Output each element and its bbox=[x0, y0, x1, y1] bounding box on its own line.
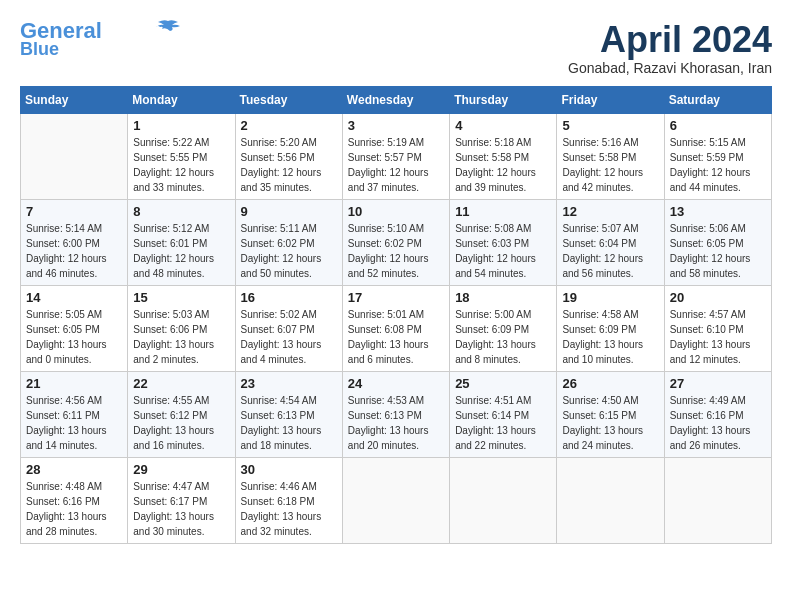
day-info: Sunrise: 4:49 AM Sunset: 6:16 PM Dayligh… bbox=[670, 393, 766, 453]
weekday-header-sunday: Sunday bbox=[21, 86, 128, 113]
day-info: Sunrise: 4:48 AM Sunset: 6:16 PM Dayligh… bbox=[26, 479, 122, 539]
day-number: 27 bbox=[670, 376, 766, 391]
calendar-cell bbox=[664, 457, 771, 543]
day-number: 22 bbox=[133, 376, 229, 391]
calendar-cell: 8Sunrise: 5:12 AM Sunset: 6:01 PM Daylig… bbox=[128, 199, 235, 285]
calendar-cell: 2Sunrise: 5:20 AM Sunset: 5:56 PM Daylig… bbox=[235, 113, 342, 199]
calendar-cell: 25Sunrise: 4:51 AM Sunset: 6:14 PM Dayli… bbox=[450, 371, 557, 457]
calendar-week-row: 14Sunrise: 5:05 AM Sunset: 6:05 PM Dayli… bbox=[21, 285, 772, 371]
day-info: Sunrise: 5:05 AM Sunset: 6:05 PM Dayligh… bbox=[26, 307, 122, 367]
page-header: General Blue April 2024 Gonabad, Razavi … bbox=[20, 20, 772, 76]
day-info: Sunrise: 5:18 AM Sunset: 5:58 PM Dayligh… bbox=[455, 135, 551, 195]
day-info: Sunrise: 4:53 AM Sunset: 6:13 PM Dayligh… bbox=[348, 393, 444, 453]
day-info: Sunrise: 5:00 AM Sunset: 6:09 PM Dayligh… bbox=[455, 307, 551, 367]
calendar-cell: 28Sunrise: 4:48 AM Sunset: 6:16 PM Dayli… bbox=[21, 457, 128, 543]
weekday-header-monday: Monday bbox=[128, 86, 235, 113]
day-info: Sunrise: 5:15 AM Sunset: 5:59 PM Dayligh… bbox=[670, 135, 766, 195]
month-title: April 2024 bbox=[568, 20, 772, 60]
day-info: Sunrise: 4:56 AM Sunset: 6:11 PM Dayligh… bbox=[26, 393, 122, 453]
day-info: Sunrise: 4:51 AM Sunset: 6:14 PM Dayligh… bbox=[455, 393, 551, 453]
calendar-cell bbox=[450, 457, 557, 543]
weekday-header-row: SundayMondayTuesdayWednesdayThursdayFrid… bbox=[21, 86, 772, 113]
day-number: 6 bbox=[670, 118, 766, 133]
day-number: 20 bbox=[670, 290, 766, 305]
day-number: 9 bbox=[241, 204, 337, 219]
calendar-cell: 15Sunrise: 5:03 AM Sunset: 6:06 PM Dayli… bbox=[128, 285, 235, 371]
day-number: 24 bbox=[348, 376, 444, 391]
calendar-cell: 21Sunrise: 4:56 AM Sunset: 6:11 PM Dayli… bbox=[21, 371, 128, 457]
calendar-cell: 7Sunrise: 5:14 AM Sunset: 6:00 PM Daylig… bbox=[21, 199, 128, 285]
calendar-cell: 5Sunrise: 5:16 AM Sunset: 5:58 PM Daylig… bbox=[557, 113, 664, 199]
calendar-week-row: 28Sunrise: 4:48 AM Sunset: 6:16 PM Dayli… bbox=[21, 457, 772, 543]
day-number: 4 bbox=[455, 118, 551, 133]
calendar-cell bbox=[557, 457, 664, 543]
calendar-week-row: 7Sunrise: 5:14 AM Sunset: 6:00 PM Daylig… bbox=[21, 199, 772, 285]
calendar-cell bbox=[342, 457, 449, 543]
day-number: 25 bbox=[455, 376, 551, 391]
day-number: 30 bbox=[241, 462, 337, 477]
calendar-cell: 13Sunrise: 5:06 AM Sunset: 6:05 PM Dayli… bbox=[664, 199, 771, 285]
day-number: 29 bbox=[133, 462, 229, 477]
weekday-header-wednesday: Wednesday bbox=[342, 86, 449, 113]
day-info: Sunrise: 5:20 AM Sunset: 5:56 PM Dayligh… bbox=[241, 135, 337, 195]
calendar-table: SundayMondayTuesdayWednesdayThursdayFrid… bbox=[20, 86, 772, 544]
day-info: Sunrise: 4:57 AM Sunset: 6:10 PM Dayligh… bbox=[670, 307, 766, 367]
day-number: 26 bbox=[562, 376, 658, 391]
weekday-header-thursday: Thursday bbox=[450, 86, 557, 113]
calendar-body: 1Sunrise: 5:22 AM Sunset: 5:55 PM Daylig… bbox=[21, 113, 772, 543]
day-number: 14 bbox=[26, 290, 122, 305]
calendar-cell: 22Sunrise: 4:55 AM Sunset: 6:12 PM Dayli… bbox=[128, 371, 235, 457]
day-number: 1 bbox=[133, 118, 229, 133]
day-number: 15 bbox=[133, 290, 229, 305]
day-info: Sunrise: 5:14 AM Sunset: 6:00 PM Dayligh… bbox=[26, 221, 122, 281]
day-info: Sunrise: 5:22 AM Sunset: 5:55 PM Dayligh… bbox=[133, 135, 229, 195]
day-number: 10 bbox=[348, 204, 444, 219]
weekday-header-friday: Friday bbox=[557, 86, 664, 113]
calendar-header: SundayMondayTuesdayWednesdayThursdayFrid… bbox=[21, 86, 772, 113]
day-info: Sunrise: 4:54 AM Sunset: 6:13 PM Dayligh… bbox=[241, 393, 337, 453]
day-info: Sunrise: 5:06 AM Sunset: 6:05 PM Dayligh… bbox=[670, 221, 766, 281]
calendar-cell: 14Sunrise: 5:05 AM Sunset: 6:05 PM Dayli… bbox=[21, 285, 128, 371]
day-number: 2 bbox=[241, 118, 337, 133]
day-info: Sunrise: 5:19 AM Sunset: 5:57 PM Dayligh… bbox=[348, 135, 444, 195]
weekday-header-tuesday: Tuesday bbox=[235, 86, 342, 113]
calendar-cell: 17Sunrise: 5:01 AM Sunset: 6:08 PM Dayli… bbox=[342, 285, 449, 371]
calendar-cell: 20Sunrise: 4:57 AM Sunset: 6:10 PM Dayli… bbox=[664, 285, 771, 371]
location-subtitle: Gonabad, Razavi Khorasan, Iran bbox=[568, 60, 772, 76]
day-number: 12 bbox=[562, 204, 658, 219]
day-info: Sunrise: 5:08 AM Sunset: 6:03 PM Dayligh… bbox=[455, 221, 551, 281]
calendar-cell: 12Sunrise: 5:07 AM Sunset: 6:04 PM Dayli… bbox=[557, 199, 664, 285]
day-number: 7 bbox=[26, 204, 122, 219]
calendar-cell: 6Sunrise: 5:15 AM Sunset: 5:59 PM Daylig… bbox=[664, 113, 771, 199]
day-number: 17 bbox=[348, 290, 444, 305]
calendar-cell: 3Sunrise: 5:19 AM Sunset: 5:57 PM Daylig… bbox=[342, 113, 449, 199]
day-info: Sunrise: 4:55 AM Sunset: 6:12 PM Dayligh… bbox=[133, 393, 229, 453]
day-info: Sunrise: 5:03 AM Sunset: 6:06 PM Dayligh… bbox=[133, 307, 229, 367]
day-number: 19 bbox=[562, 290, 658, 305]
day-number: 21 bbox=[26, 376, 122, 391]
day-info: Sunrise: 5:02 AM Sunset: 6:07 PM Dayligh… bbox=[241, 307, 337, 367]
calendar-cell: 9Sunrise: 5:11 AM Sunset: 6:02 PM Daylig… bbox=[235, 199, 342, 285]
day-info: Sunrise: 5:10 AM Sunset: 6:02 PM Dayligh… bbox=[348, 221, 444, 281]
day-number: 28 bbox=[26, 462, 122, 477]
calendar-cell: 4Sunrise: 5:18 AM Sunset: 5:58 PM Daylig… bbox=[450, 113, 557, 199]
weekday-header-saturday: Saturday bbox=[664, 86, 771, 113]
day-info: Sunrise: 5:12 AM Sunset: 6:01 PM Dayligh… bbox=[133, 221, 229, 281]
calendar-cell: 10Sunrise: 5:10 AM Sunset: 6:02 PM Dayli… bbox=[342, 199, 449, 285]
calendar-cell: 11Sunrise: 5:08 AM Sunset: 6:03 PM Dayli… bbox=[450, 199, 557, 285]
day-number: 13 bbox=[670, 204, 766, 219]
day-info: Sunrise: 4:58 AM Sunset: 6:09 PM Dayligh… bbox=[562, 307, 658, 367]
day-number: 3 bbox=[348, 118, 444, 133]
calendar-cell: 24Sunrise: 4:53 AM Sunset: 6:13 PM Dayli… bbox=[342, 371, 449, 457]
calendar-cell: 16Sunrise: 5:02 AM Sunset: 6:07 PM Dayli… bbox=[235, 285, 342, 371]
day-info: Sunrise: 5:11 AM Sunset: 6:02 PM Dayligh… bbox=[241, 221, 337, 281]
calendar-week-row: 1Sunrise: 5:22 AM Sunset: 5:55 PM Daylig… bbox=[21, 113, 772, 199]
day-number: 8 bbox=[133, 204, 229, 219]
calendar-cell: 30Sunrise: 4:46 AM Sunset: 6:18 PM Dayli… bbox=[235, 457, 342, 543]
day-info: Sunrise: 4:46 AM Sunset: 6:18 PM Dayligh… bbox=[241, 479, 337, 539]
day-number: 11 bbox=[455, 204, 551, 219]
day-number: 16 bbox=[241, 290, 337, 305]
calendar-cell: 1Sunrise: 5:22 AM Sunset: 5:55 PM Daylig… bbox=[128, 113, 235, 199]
title-block: April 2024 Gonabad, Razavi Khorasan, Ira… bbox=[568, 20, 772, 76]
logo-blue-text: Blue bbox=[20, 40, 59, 58]
